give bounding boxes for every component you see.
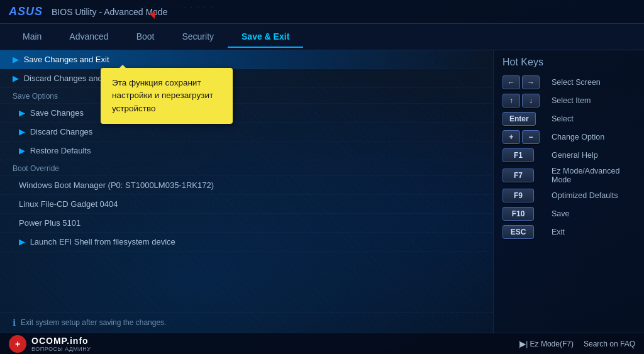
menu-restore-defaults[interactable]: ▶ Restore Defaults: [0, 141, 493, 160]
key-f9[interactable]: F9: [502, 189, 534, 202]
hotkey-ez-mode: F7 Ez Mode/Advanced Mode: [502, 167, 635, 184]
hotkey-label: Save: [552, 209, 570, 218]
asus-logo: ASUS: [9, 5, 43, 18]
left-panel: ▶ Save Changes and Exit ▶ Discard Change…: [0, 50, 493, 333]
navigation-bar: Main Advanced Boot Security Save & Exit: [0, 24, 644, 50]
hotkey-keys: Enter: [502, 112, 547, 126]
arrow-icon: ▶: [13, 55, 19, 64]
key-up[interactable]: ↑: [502, 94, 520, 108]
footer-logo: + OCOMP.info ВОПРОСЫ АДМИНУ: [9, 335, 91, 353]
hotkey-label: Select Screen: [552, 78, 601, 87]
key-enter[interactable]: Enter: [502, 112, 536, 126]
key-down[interactable]: ↓: [522, 94, 540, 108]
menu-windows-boot[interactable]: Windows Boot Manager (P0: ST1000LM035-1R…: [0, 176, 493, 195]
tab-main[interactable]: Main: [9, 26, 55, 48]
menu-item-label: Restore Defaults: [30, 146, 91, 155]
key-plus[interactable]: +: [502, 130, 520, 144]
menu-linux-gadget[interactable]: Linux File-CD Gadget 0404: [0, 195, 493, 214]
arrow-icon: ▶: [19, 237, 25, 246]
tab-boot[interactable]: Boot: [123, 26, 169, 48]
tab-save-exit[interactable]: Save & Exit: [228, 26, 303, 48]
info-icon: ℹ: [13, 318, 16, 328]
hotkey-label: Select: [552, 114, 574, 123]
arrow-icon: ▶: [19, 127, 25, 136]
key-left[interactable]: ←: [502, 75, 520, 89]
footer-search[interactable]: Search on FAQ: [584, 340, 635, 348]
hotkey-keys: + −: [502, 130, 547, 144]
hotkey-exit: ESC Exit: [502, 225, 635, 239]
hotkey-general-help: F1 General Help: [502, 148, 635, 162]
hotkey-select: Enter Select: [502, 112, 635, 126]
footer: + OCOMP.info ВОПРОСЫ АДМИНУ |▶| Ez Mode(…: [0, 333, 644, 354]
menu-discard-changes-exit[interactable]: ▶ Discard Changes and Exit: [0, 69, 493, 88]
hotkey-label: Ez Mode/Advanced Mode: [552, 167, 635, 184]
menu-save-changes-exit[interactable]: ▶ Save Changes and Exit: [0, 50, 493, 69]
hotkey-label: Change Option: [552, 133, 604, 141]
menu-save-changes[interactable]: ▶ Save Changes: [0, 104, 493, 123]
bottom-info-bar: ℹ Exit system setup after saving the cha…: [0, 312, 493, 333]
footer-logo-text: OCOMP.info ВОПРОСЫ АДМИНУ: [31, 336, 91, 352]
footer-logo-main: OCOMP.info: [31, 336, 91, 346]
menu-item-label: Save Changes and Exit: [24, 55, 109, 64]
hotkey-keys: ← →: [502, 75, 547, 89]
key-minus[interactable]: −: [522, 130, 540, 144]
content-area: ▶ Save Changes and Exit ▶ Discard Change…: [0, 50, 644, 333]
hotkey-select-item: ↑ ↓ Select Item: [502, 94, 635, 108]
hotkey-label: Exit: [552, 228, 565, 236]
menu-item-label: Windows Boot Manager (P0: ST1000LM035-1R…: [19, 180, 214, 190]
section-save-options: Save Options: [0, 88, 493, 104]
menu-item-label: Launch EFI Shell from filesystem device: [30, 237, 175, 246]
hotkey-keys: ↑ ↓: [502, 94, 547, 108]
hotkey-change-option: + − Change Option: [502, 130, 635, 144]
tab-security[interactable]: Security: [168, 26, 228, 48]
key-esc[interactable]: ESC: [502, 225, 534, 239]
hotkey-label: General Help: [552, 151, 598, 160]
key-f7[interactable]: F7: [502, 169, 534, 182]
key-right[interactable]: →: [522, 75, 540, 89]
arrow-icon: ▶: [19, 108, 25, 118]
tooltip-callout: Эта функция сохранит настройки и перезаг…: [101, 68, 233, 124]
menu-item-label: Power Plus 5101: [19, 218, 80, 228]
bottom-info-text: Exit system setup after saving the chang…: [21, 318, 166, 327]
hotkey-keys: ESC: [502, 225, 547, 239]
menu-item-label: Discard Changes: [30, 127, 93, 136]
hotkey-keys: F7: [502, 169, 547, 182]
key-f10[interactable]: F10: [502, 207, 534, 221]
hotkey-keys: F10: [502, 207, 547, 221]
top-bar: ASUS BIOS Utility - Advanced Mode · · · …: [0, 0, 644, 24]
section-boot-override: Boot Override: [0, 160, 493, 176]
ocomp-icon: +: [9, 335, 26, 353]
menu-item-label: Save Changes: [30, 108, 84, 118]
hotkey-keys: F1: [502, 148, 547, 162]
hotkey-select-screen: ← → Select Screen: [502, 75, 635, 89]
menu-discard-changes[interactable]: ▶ Discard Changes: [0, 123, 493, 141]
menu-launch-efi[interactable]: ▶ Launch EFI Shell from filesystem devic…: [0, 233, 493, 252]
footer-right: |▶| Ez Mode(F7) Search on FAQ: [518, 340, 635, 348]
right-panel: Hot Keys ← → Select Screen ↑ ↓ Select It…: [493, 50, 644, 333]
tooltip-text: Эта функция сохранит настройки и перезаг…: [112, 78, 213, 113]
hotkey-label: Optimized Defaults: [552, 191, 618, 200]
hotkeys-title: Hot Keys: [502, 57, 635, 68]
menu-item-label: Linux File-CD Gadget 0404: [19, 199, 118, 209]
hotkey-optimized-defaults: F9 Optimized Defaults: [502, 189, 635, 202]
arrow-icon: ▶: [19, 146, 25, 155]
menu-power-plus[interactable]: Power Plus 5101: [0, 214, 493, 233]
hotkey-label: Select Item: [552, 96, 591, 105]
key-f1[interactable]: F1: [502, 148, 534, 162]
footer-logo-sub: ВОПРОСЫ АДМИНУ: [31, 346, 91, 352]
hotkey-keys: F9: [502, 189, 547, 202]
arrow-icon: ▶: [13, 74, 19, 83]
hotkey-save: F10 Save: [502, 207, 635, 221]
tab-advanced[interactable]: Advanced: [55, 26, 122, 48]
footer-mode: |▶| Ez Mode(F7): [518, 340, 574, 348]
